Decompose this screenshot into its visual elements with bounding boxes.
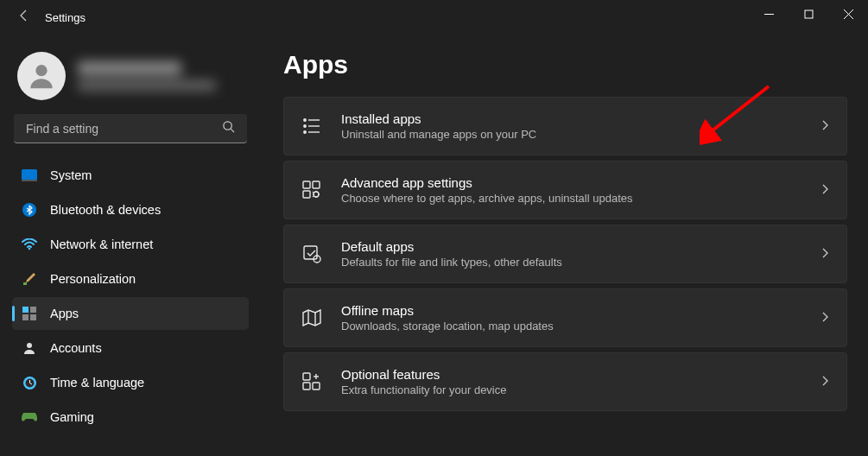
svg-point-4 — [35, 65, 47, 76]
user-block[interactable] — [12, 45, 249, 114]
svg-point-16 — [27, 343, 32, 348]
chevron-right-icon — [822, 120, 829, 133]
svg-rect-14 — [22, 314, 29, 320]
map-icon — [301, 307, 322, 328]
gaming-icon — [21, 408, 38, 426]
time-icon — [21, 374, 38, 391]
wifi-icon — [21, 236, 38, 253]
svg-rect-8 — [22, 180, 37, 181]
svg-point-5 — [224, 122, 231, 130]
list-icon — [301, 116, 322, 136]
svg-rect-31 — [304, 246, 317, 259]
sidebar-item-bluetooth[interactable]: Bluetooth & devices — [12, 193, 249, 226]
card-desc: Downloads, storage location, map updates — [341, 320, 812, 332]
avatar — [17, 52, 66, 100]
nav-label: System — [50, 168, 92, 182]
minimize-button[interactable] — [749, 0, 789, 28]
sidebar-item-time[interactable]: Time & language — [12, 366, 249, 399]
features-icon — [301, 371, 322, 392]
search-box[interactable] — [14, 114, 247, 143]
nav-label: Time & language — [50, 376, 144, 390]
sidebar-item-accounts[interactable]: Accounts — [12, 332, 249, 364]
card-title: Advanced app settings — [341, 175, 812, 190]
card-title: Installed apps — [341, 111, 812, 126]
svg-point-10 — [29, 248, 31, 250]
bluetooth-icon — [21, 201, 38, 218]
apps-icon — [21, 305, 38, 322]
svg-point-25 — [304, 131, 306, 133]
nav-label: Accounts — [50, 341, 102, 355]
system-icon — [21, 167, 38, 184]
card-optional-features[interactable]: Optional features Extra functionality fo… — [283, 352, 847, 411]
sidebar-item-gaming[interactable]: Gaming — [12, 401, 249, 434]
close-button[interactable] — [828, 0, 868, 28]
search-icon — [222, 120, 235, 136]
user-info-redacted — [78, 61, 244, 91]
sidebar-item-system[interactable]: System — [12, 159, 249, 192]
brush-icon — [21, 270, 38, 288]
svg-rect-28 — [313, 181, 320, 188]
window-controls — [749, 0, 868, 28]
svg-rect-36 — [313, 383, 320, 390]
card-desc: Defaults for file and link types, other … — [341, 256, 812, 269]
svg-line-6 — [231, 129, 234, 132]
chevron-right-icon — [822, 376, 829, 389]
nav-label: Personalization — [50, 272, 136, 286]
sidebar: System Bluetooth & devices Network & int… — [0, 35, 259, 456]
default-icon — [301, 244, 322, 264]
svg-point-21 — [304, 119, 306, 121]
svg-rect-11 — [23, 282, 27, 285]
page-title: Apps — [283, 50, 847, 79]
svg-point-30 — [314, 192, 319, 197]
back-button[interactable] — [17, 9, 31, 26]
svg-point-23 — [304, 125, 306, 127]
card-advanced-app-settings[interactable]: Advanced app settings Choose where to ge… — [283, 161, 847, 219]
card-desc: Uninstall and manage apps on your PC — [341, 128, 812, 141]
accounts-icon — [21, 339, 38, 357]
main-content: Apps Installed apps Uninstall and manage… — [259, 35, 868, 456]
nav-label: Gaming — [50, 410, 94, 424]
card-offline-maps[interactable]: Offline maps Downloads, storage location… — [283, 288, 847, 347]
maximize-button[interactable] — [789, 0, 828, 28]
nav-list: System Bluetooth & devices Network & int… — [12, 159, 249, 434]
chevron-right-icon — [822, 248, 829, 261]
chevron-right-icon — [822, 312, 829, 325]
chevron-right-icon — [822, 184, 829, 197]
sidebar-item-personalization[interactable]: Personalization — [12, 263, 249, 295]
card-installed-apps[interactable]: Installed apps Uninstall and manage apps… — [283, 97, 847, 155]
titlebar: Settings — [0, 0, 868, 35]
sidebar-item-apps[interactable]: Apps — [12, 297, 249, 330]
svg-rect-7 — [22, 169, 37, 180]
svg-rect-13 — [30, 307, 36, 313]
nav-label: Bluetooth & devices — [50, 203, 161, 217]
advanced-icon — [301, 180, 322, 200]
search-input[interactable] — [26, 122, 222, 136]
window-title: Settings — [45, 11, 86, 24]
card-desc: Extra functionality for your device — [341, 383, 812, 396]
svg-rect-12 — [22, 307, 29, 313]
svg-rect-27 — [303, 181, 310, 188]
svg-rect-29 — [303, 191, 310, 198]
card-title: Offline maps — [341, 303, 812, 318]
card-title: Default apps — [341, 239, 812, 254]
card-title: Optional features — [341, 367, 812, 382]
svg-rect-37 — [303, 383, 310, 390]
svg-rect-15 — [30, 314, 36, 320]
card-default-apps[interactable]: Default apps Defaults for file and link … — [283, 225, 847, 283]
nav-label: Network & internet — [50, 238, 153, 251]
nav-label: Apps — [50, 307, 79, 320]
card-desc: Choose where to get apps, archive apps, … — [341, 192, 812, 205]
svg-rect-35 — [303, 373, 310, 380]
sidebar-item-network[interactable]: Network & internet — [12, 228, 249, 261]
svg-rect-1 — [805, 10, 813, 18]
